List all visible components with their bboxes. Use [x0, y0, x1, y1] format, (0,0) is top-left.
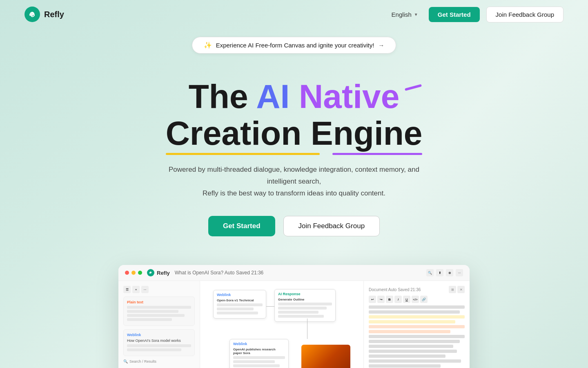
arrow-icon: → [378, 42, 384, 49]
app-icon-search[interactable]: 🔍 [426, 269, 434, 276]
canvas-card-ai-response: AI Response Generate Outline [274, 289, 336, 322]
announcement-banner[interactable]: ✨ Experience AI Free-form Canvas and ign… [0, 37, 588, 54]
format-italic[interactable]: I [394, 296, 402, 303]
app-icon-more[interactable]: ··· [456, 269, 463, 276]
banner-text: Experience AI Free-form Canvas and ignit… [216, 42, 374, 49]
hero-buttons: Get Started Join Feedback Group [8, 216, 580, 236]
doc-highlight-4 [369, 330, 450, 333]
canvas-card-1-l3 [217, 312, 258, 314]
app-right-panel: Document Auto Saved 21:36 ⊞ ✕ ↩ ↪ B I U … [363, 281, 470, 368]
app-breadcrumb: What is OpenAI Sora? Auto Saved 21:36 [175, 270, 263, 276]
purple-underline-decoration [332, 153, 422, 155]
card-plain-text: Plain text [123, 296, 195, 326]
hero-title-row2: Creation Engine [166, 115, 423, 152]
hero-section: The AI Native Creation Engine Powered by… [0, 54, 588, 245]
canvas-card-1: Weblink Open-Sora v1 Technical [213, 290, 266, 319]
nav-get-started-button[interactable]: Get Started [429, 7, 480, 22]
doc-title-text: Document Auto Saved 21:36 [369, 287, 421, 292]
card-wl-line-1 [127, 344, 191, 347]
format-undo[interactable]: ↩ [369, 296, 376, 303]
doc-content [369, 305, 465, 368]
app-content: ☰ + ··· Plain text Weblink How OpenAI's … [118, 281, 470, 368]
chevron-down-icon: ▼ [414, 12, 418, 17]
canvas-ai-l1 [278, 303, 332, 305]
app-icon-zoom[interactable]: ⊕ [446, 269, 453, 276]
connector-1 [266, 306, 274, 307]
logo-text: Refly [44, 10, 64, 19]
canvas-tag-weblink-2: Weblink [217, 293, 231, 297]
app-canvas: Weblink Open-Sora v1 Technical AI Respon… [200, 281, 363, 368]
doc-l6 [369, 350, 457, 353]
app-logo-icon-small [147, 269, 154, 276]
canvas-research-l2 [233, 360, 275, 363]
canvas-area: Weblink Open-Sora v1 Technical AI Respon… [205, 286, 359, 368]
language-selector[interactable]: English ▼ [388, 9, 422, 20]
doc-l1 [369, 305, 465, 309]
doc-icon-close[interactable]: ✕ [457, 286, 465, 293]
refly-logo-icon [24, 7, 40, 22]
minimize-window-dot [131, 271, 136, 275]
card-wl-line-2 [127, 348, 181, 351]
doc-highlight-3 [369, 325, 465, 328]
canvas-card-1-l2 [217, 307, 254, 310]
sidebar-add-icon[interactable]: + [132, 286, 140, 293]
card-line-4 [127, 318, 172, 321]
app-screenshot: Refly What is OpenAI Sora? Auto Saved 21… [118, 265, 470, 368]
navbar: Refly English ▼ Get Started Join Feedbac… [0, 0, 588, 29]
hero-feedback-button[interactable]: Join Feedback Group [283, 216, 380, 236]
doc-icon-expand[interactable]: ⊞ [449, 286, 456, 293]
canvas-card-ai-text: Generate Outline [278, 298, 332, 301]
canvas-card-1-title: Weblink [217, 293, 263, 297]
search-bar[interactable]: 🔍 Search / Results [123, 359, 195, 364]
canvas-card-weblink-research: Weblink OpenAI publishes research paper … [229, 339, 289, 368]
card-line-3 [127, 314, 185, 317]
app-topbar-actions: 🔍 ⬆ ⊕ ··· [426, 269, 463, 276]
sidebar-toolbar: ☰ + ··· [123, 286, 195, 293]
hero-the: The [189, 78, 248, 115]
banner-inner[interactable]: ✨ Experience AI Free-form Canvas and ign… [192, 37, 396, 54]
hero-get-started-button[interactable]: Get Started [208, 216, 275, 236]
canvas-card-ai-title: AI Response [278, 292, 332, 296]
yellow-underline-decoration [166, 153, 320, 155]
search-label: Search / Results [129, 359, 156, 364]
card-line-2 [127, 310, 178, 313]
maximize-window-dot [138, 271, 142, 275]
doc-highlight-2 [369, 320, 455, 323]
format-link[interactable]: 🔗 [420, 296, 428, 303]
canvas-ai-l4 [278, 315, 324, 318]
hero-subtitle: Powered by multi-threaded dialogue, know… [155, 164, 433, 200]
nav-feedback-button[interactable]: Join Feedback Group [486, 7, 564, 22]
doc-title-bar: Document Auto Saved 21:36 ⊞ ✕ [369, 286, 465, 293]
hero-ai: AI [256, 78, 290, 115]
doc-highlight-1 [369, 315, 465, 319]
logo-area[interactable]: Refly [24, 7, 64, 22]
hero-native: Native [299, 78, 399, 115]
sidebar-menu-icon[interactable]: ☰ [123, 286, 131, 293]
doc-l7 [369, 355, 445, 358]
app-topbar: Refly What is OpenAI Sora? Auto Saved 21… [118, 265, 470, 281]
sidebar-more-icon[interactable]: ··· [141, 286, 149, 293]
card-tag-plain: Plain text [127, 300, 143, 304]
app-logo-text: Refly [157, 270, 170, 276]
doc-l9 [369, 364, 441, 368]
format-code[interactable]: </> [412, 296, 419, 303]
format-redo[interactable]: ↪ [377, 296, 385, 303]
nav-right: English ▼ Get Started Join Feedback Grou… [388, 7, 564, 22]
canvas-ai-l2 [278, 307, 327, 310]
hero-subtitle-line1: Powered by multi-threaded dialogue, know… [169, 166, 419, 185]
canvas-tag-weblink-research: Weblink [233, 342, 247, 346]
close-window-dot [125, 271, 129, 275]
sparkle-icon: ✨ [204, 41, 212, 49]
format-bold[interactable]: B [386, 296, 393, 303]
app-icon-share[interactable]: ⬆ [436, 269, 443, 276]
hero-creation-engine: Creation Engine [166, 114, 423, 152]
format-underline[interactable]: U [403, 296, 410, 303]
canvas-ai-l3 [278, 311, 318, 314]
connector-2 [307, 319, 307, 339]
doc-l5 [369, 345, 453, 348]
canvas-card-research-text: OpenAI publishes research paper Sora [233, 348, 285, 355]
card-weblink-text-1: How OpenAI's Sora model works [127, 339, 191, 343]
search-icon: 🔍 [123, 359, 128, 364]
canvas-card-1-text: Open-Sora v1 Technical [217, 298, 263, 302]
canvas-tag-ai: AI Response [278, 292, 301, 296]
